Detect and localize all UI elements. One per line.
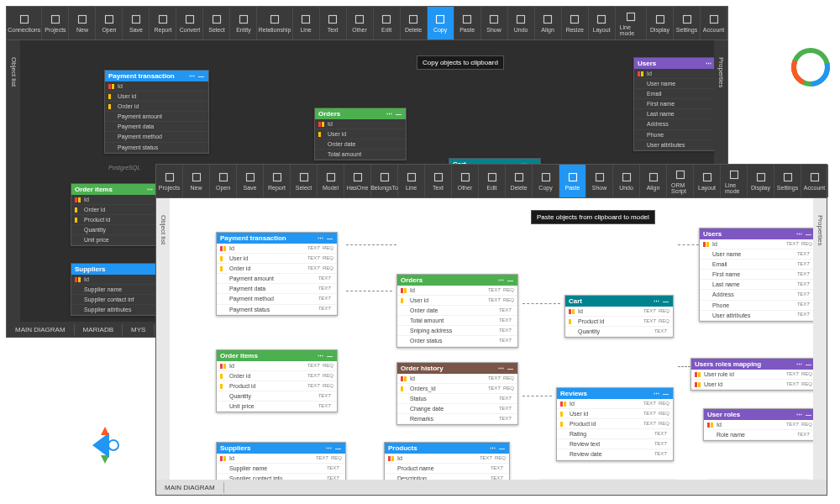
entity-user-roles[interactable]: User roles⋯ —IdTEXTREQRole nameTEXT <box>703 408 813 441</box>
entity-field[interactable]: Phone <box>634 130 714 140</box>
entity-header[interactable]: Payment transaction⋯ — <box>105 71 208 81</box>
entity-field[interactable]: Email <box>634 89 714 99</box>
entity-field[interactable]: Payment method <box>105 132 208 142</box>
entity-controls[interactable]: ⋯ — <box>386 111 402 118</box>
toolbar-line-mode[interactable]: Line mode <box>721 165 748 197</box>
entity-field[interactable]: User id <box>315 129 406 139</box>
toolbar-orm-script[interactable]: ORM Script <box>667 165 694 197</box>
toolbar-delete[interactable]: Delete <box>401 7 428 39</box>
entity-field[interactable]: IdTEXTREQ <box>217 361 337 371</box>
entity-header[interactable]: User roles⋯ — <box>704 409 813 420</box>
entity-field[interactable]: Product idTEXTREQ <box>217 381 337 391</box>
entity-field[interactable]: DescriptionTEXT <box>385 474 509 480</box>
toolbar-save[interactable]: Save <box>123 7 150 39</box>
toolbar-copy[interactable]: Copy <box>533 165 559 197</box>
toolbar-display[interactable]: Display <box>748 165 774 197</box>
entity-order-items[interactable]: Order items⋯ —IdOrder idProduct idQuanti… <box>71 183 167 246</box>
toolbar-layout[interactable]: Layout <box>694 165 721 197</box>
entity-field[interactable]: Order id <box>105 102 208 112</box>
entity-field[interactable]: Sniping addressTEXT <box>397 326 517 336</box>
entity-field[interactable]: Payment methodTEXT <box>217 294 337 304</box>
entity-orders[interactable]: Orders⋯ —IdTEXTREQUser idTEXTREQOrder da… <box>396 274 518 348</box>
toolbar-paste[interactable]: Paste <box>559 165 586 197</box>
entity-field[interactable]: QuantityTEXT <box>565 327 673 337</box>
entity-field[interactable]: User role idTEXTREQ <box>691 370 813 380</box>
entity-field[interactable]: User idTEXTREQ <box>557 409 673 419</box>
entity-field[interactable]: Payment status <box>105 143 208 153</box>
entity-field[interactable]: Change dateTEXT <box>397 404 517 414</box>
entity-field[interactable]: QuantityTEXT <box>217 391 337 402</box>
toolbar-undo[interactable]: Undo <box>508 7 535 39</box>
toolbar-select[interactable]: Select <box>291 165 318 197</box>
entity-controls[interactable]: ⋯ — <box>796 412 812 418</box>
entity-field[interactable]: User idTEXTREQ <box>691 380 813 390</box>
toolbar-line-mode[interactable]: Line mode <box>616 7 647 39</box>
entity-header[interactable]: Reviews⋯ — <box>557 388 673 399</box>
toolbar-select[interactable]: Select <box>203 7 230 39</box>
entity-field[interactable]: Id <box>315 119 406 129</box>
toolbar-entity[interactable]: Entity <box>230 7 257 39</box>
entity-field[interactable]: User attributesTEXT <box>700 311 813 321</box>
entity-field[interactable]: Id <box>71 195 166 205</box>
toolbar-projects[interactable]: Projects <box>156 165 183 197</box>
entity-field[interactable]: First name <box>634 99 714 109</box>
right-panel-tab-front[interactable]: Properties <box>813 198 827 480</box>
entity-field[interactable]: Supplier contact infoTEXT <box>217 474 345 480</box>
entity-field[interactable]: Order idTEXTREQ <box>217 371 337 381</box>
entity-products[interactable]: Products⋯ —IdTEXTREQProduct nameTEXTDesc… <box>384 442 510 480</box>
entity-controls[interactable]: ⋯ — <box>654 391 669 397</box>
toolbar-undo[interactable]: Undo <box>613 165 640 197</box>
entity-header[interactable]: Users⋯ — <box>700 228 813 239</box>
entity-controls[interactable]: ⋯ — <box>318 235 333 242</box>
toolbar-settings[interactable]: Settings <box>774 165 801 197</box>
entity-field[interactable]: User nameTEXT <box>700 249 813 260</box>
toolbar-align[interactable]: Align <box>640 165 667 197</box>
toolbar-connections[interactable]: Connections <box>7 7 42 39</box>
entity-order-items[interactable]: Order items⋯ —IdTEXTREQOrder idTEXTREQPr… <box>216 349 338 412</box>
entity-controls[interactable]: ⋯ — <box>490 445 506 452</box>
entity-field[interactable]: Id <box>634 69 714 79</box>
entity-field[interactable]: Unit priceTEXT <box>217 402 337 412</box>
entity-field[interactable]: RemarksTEXT <box>397 414 517 424</box>
toolbar-report[interactable]: Report <box>264 165 291 197</box>
entity-field[interactable]: Orders_idTEXTREQ <box>397 384 517 394</box>
toolbar-settings[interactable]: Settings <box>674 7 701 39</box>
entity-field[interactable]: IdTEXTREQ <box>385 454 509 464</box>
entity-controls[interactable]: ⋯ — <box>706 60 714 67</box>
toolbar-new[interactable]: New <box>183 165 210 197</box>
toolbar-layout[interactable]: Layout <box>589 7 616 39</box>
entity-controls[interactable]: ⋯ — <box>796 361 812 368</box>
entity-controls[interactable]: ⋯ — <box>189 73 205 80</box>
entity-field[interactable]: User idTEXTREQ <box>397 296 517 306</box>
entity-field[interactable]: IdTEXTREQ <box>700 239 813 249</box>
entity-suppliers[interactable]: Suppliers⋯ —IdTEXTREQSupplier nameTEXTSu… <box>216 442 346 480</box>
toolbar-line[interactable]: Line <box>293 7 320 39</box>
toolbar-hasone[interactable]: HasOne <box>344 165 371 197</box>
entity-field[interactable]: Product idTEXTREQ <box>565 317 673 327</box>
entity-header[interactable]: Order history⋯ — <box>397 363 517 374</box>
entity-field[interactable]: IdTEXTREQ <box>397 286 517 296</box>
entity-field[interactable]: Payment amountTEXT <box>217 274 337 284</box>
entity-field[interactable]: IdTEXTREQ <box>217 454 345 464</box>
toolbar-new[interactable]: New <box>69 7 96 39</box>
left-panel-tab-front[interactable]: Object list <box>156 198 170 480</box>
entity-field[interactable]: Unit price <box>71 235 166 245</box>
entity-field[interactable]: User attributes <box>634 140 714 150</box>
entity-users[interactable]: Users⋯ —IdUser nameEmailFirst nameLast n… <box>633 57 714 151</box>
entity-field[interactable]: RatingTEXT <box>557 429 673 439</box>
toolbar-open[interactable]: Open <box>210 165 237 197</box>
entity-header[interactable]: Order items⋯ — <box>71 184 166 195</box>
entity-field[interactable]: User id <box>105 92 208 102</box>
toolbar-edit[interactable]: Edit <box>374 7 401 39</box>
entity-controls[interactable]: ⋯ — <box>318 353 333 360</box>
entity-orders[interactable]: Orders⋯ —IdUser idOrder dateTotal amount <box>314 108 407 160</box>
entity-field[interactable]: Address <box>634 119 714 129</box>
toolbar-save[interactable]: Save <box>237 165 264 197</box>
entity-field[interactable]: Id <box>105 81 208 92</box>
entity-field[interactable]: Payment data <box>105 122 208 132</box>
entity-field[interactable]: Product idTEXTREQ <box>557 419 673 429</box>
toolbar-paste[interactable]: Paste <box>454 7 481 39</box>
entity-field[interactable]: EmailTEXT <box>700 260 813 270</box>
toolbar-belongsto[interactable]: BelongsTo <box>371 165 398 197</box>
entity-field[interactable]: Order statusTEXT <box>397 336 517 346</box>
